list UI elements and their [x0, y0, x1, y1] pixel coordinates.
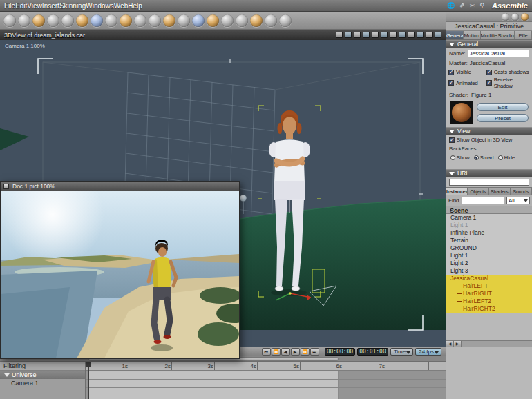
- property-checkbox[interactable]: Animated: [448, 77, 485, 89]
- hotpoint-gizmo[interactable]: [240, 195, 247, 214]
- render-document-window[interactable]: Doc 1 pict 100%: [0, 181, 240, 359]
- viewport-title-bar[interactable]: 3DView of dream_islands.car: [0, 30, 446, 40]
- display-mode-icon[interactable]: [363, 32, 370, 38]
- scene-list-item[interactable]: HairLEFT2: [446, 298, 532, 305]
- checkbox-icon[interactable]: [486, 70, 492, 75]
- timeline-tree-row[interactable]: Camera 1: [0, 379, 85, 387]
- panel-tool-icon[interactable]: [502, 13, 509, 21]
- scene-list-item[interactable]: Light 3: [446, 267, 532, 275]
- render-window-title-bar[interactable]: Doc 1 pict 100%: [1, 182, 239, 191]
- timeline-tracks[interactable]: [86, 371, 446, 399]
- menubar-tool-icon[interactable]: ✂: [470, 2, 475, 9]
- inspector-tab[interactable]: Motion: [464, 31, 481, 39]
- section-collapse-icon[interactable]: [449, 130, 455, 133]
- tool-icon[interactable]: [120, 14, 132, 27]
- display-mode-icon[interactable]: [381, 32, 388, 38]
- timeline-ruler[interactable]: 1s2s3s4s5s6s7s: [86, 362, 446, 371]
- panel-tool-icon[interactable]: [521, 13, 529, 21]
- view-section-header[interactable]: View: [446, 127, 532, 135]
- filtering-header[interactable]: Filtering: [0, 362, 85, 371]
- property-checkbox[interactable]: Receive Shadow: [486, 77, 530, 89]
- inspector-tab[interactable]: Modifie: [481, 31, 498, 39]
- tool-icon[interactable]: [149, 14, 161, 27]
- scene-list-header[interactable]: Scene: [446, 206, 532, 214]
- display-mode-icon[interactable]: [390, 32, 397, 38]
- name-input[interactable]: [468, 50, 529, 57]
- display-mode-icon[interactable]: [354, 32, 361, 38]
- scene-list-item[interactable]: Light 1: [446, 252, 532, 260]
- browser-tab[interactable]: Shaders: [489, 188, 511, 195]
- backface-radio-option[interactable]: Smart: [474, 155, 494, 161]
- tool-icon[interactable]: [91, 14, 103, 27]
- transport-button[interactable]: ⏩: [301, 348, 310, 356]
- tool-icon[interactable]: [279, 14, 292, 27]
- menu-item[interactable]: Help: [128, 2, 142, 10]
- section-collapse-icon[interactable]: [449, 172, 455, 175]
- menu-item[interactable]: Edit: [15, 2, 27, 10]
- tool-icon[interactable]: [236, 14, 248, 27]
- scene-list-item[interactable]: HairLEFT: [446, 282, 532, 290]
- menu-item[interactable]: File: [4, 2, 15, 10]
- inspector-tab[interactable]: Effe: [515, 31, 532, 39]
- scene-list-item[interactable]: GROUND: [446, 244, 532, 252]
- checkbox-icon[interactable]: [448, 70, 454, 75]
- scene-list-item[interactable]: HairRIGHT: [446, 290, 532, 298]
- tool-icon[interactable]: [250, 14, 263, 27]
- radio-icon[interactable]: [498, 155, 503, 160]
- menu-item[interactable]: View: [27, 2, 42, 10]
- display-mode-icon[interactable]: [435, 32, 441, 38]
- menu-item[interactable]: Skinning: [59, 2, 86, 10]
- transport-button[interactable]: ▶: [291, 348, 300, 356]
- scene-list-item[interactable]: Infinite Plane: [446, 229, 532, 237]
- frame-rate-dropdown[interactable]: 24 fps: [415, 348, 441, 356]
- tool-icon[interactable]: [134, 14, 146, 27]
- radio-icon[interactable]: [450, 155, 455, 160]
- radio-icon[interactable]: [474, 155, 479, 160]
- checkbox-icon[interactable]: [486, 80, 492, 86]
- inspector-tab[interactable]: General: [446, 31, 464, 39]
- shader-preset-button[interactable]: Preset: [477, 114, 529, 122]
- backface-radio-option[interactable]: Show: [450, 155, 470, 161]
- playhead-marker[interactable]: [88, 362, 89, 399]
- scene-list-item[interactable]: JessicaCasual: [446, 275, 532, 282]
- menu-item[interactable]: Windows: [86, 2, 114, 10]
- tool-icon[interactable]: [221, 14, 234, 27]
- property-checkbox[interactable]: Visible: [448, 69, 485, 75]
- time-mode-dropdown[interactable]: Time: [390, 348, 413, 356]
- checkbox-icon[interactable]: [448, 80, 454, 86]
- transport-button[interactable]: ⏭: [310, 348, 319, 356]
- display-mode-icon[interactable]: [345, 32, 352, 38]
- filter-dropdown[interactable]: All: [506, 197, 530, 204]
- tool-icon[interactable]: [265, 14, 277, 27]
- inspector-tab[interactable]: Shading: [497, 31, 515, 39]
- transport-button[interactable]: ⏪: [272, 348, 281, 356]
- transport-button[interactable]: ⏮: [262, 348, 271, 356]
- browser-tab[interactable]: Objects: [468, 188, 489, 195]
- shader-preview-thumbnail[interactable]: [450, 101, 473, 124]
- scene-list-item[interactable]: HairRIGHT2: [446, 305, 532, 313]
- menu-item[interactable]: Web: [114, 2, 128, 10]
- timeline-range-band[interactable]: [88, 371, 339, 399]
- browser-scrollbar[interactable]: ◀ ▶: [446, 340, 532, 347]
- scene-list-item[interactable]: Camera 1: [446, 214, 532, 222]
- general-section-header[interactable]: General: [446, 40, 532, 48]
- tool-icon[interactable]: [163, 14, 175, 27]
- tool-icon[interactable]: [3, 14, 16, 27]
- url-section-header[interactable]: URL: [446, 169, 532, 177]
- transport-button[interactable]: ◀: [281, 348, 290, 356]
- panel-tool-icon[interactable]: [511, 13, 519, 21]
- find-input[interactable]: [462, 197, 504, 204]
- scroll-left-arrow-icon[interactable]: ◀: [446, 341, 454, 347]
- close-window-icon[interactable]: [3, 184, 9, 189]
- scene-list-item[interactable]: Light 1: [446, 222, 532, 229]
- scene-list-item[interactable]: Terrain: [446, 237, 532, 244]
- tool-icon[interactable]: [47, 14, 59, 27]
- tool-icon[interactable]: [178, 14, 190, 27]
- menubar-tool-icon[interactable]: 🌐: [447, 2, 455, 9]
- show-object-checkbox[interactable]: Show Object in 3D View: [449, 137, 512, 143]
- display-mode-icon[interactable]: [426, 32, 433, 38]
- browser-tab[interactable]: Sounds: [511, 188, 532, 195]
- tool-icon[interactable]: [61, 14, 74, 27]
- checkbox-icon[interactable]: [449, 137, 455, 143]
- display-mode-icon[interactable]: [399, 32, 406, 38]
